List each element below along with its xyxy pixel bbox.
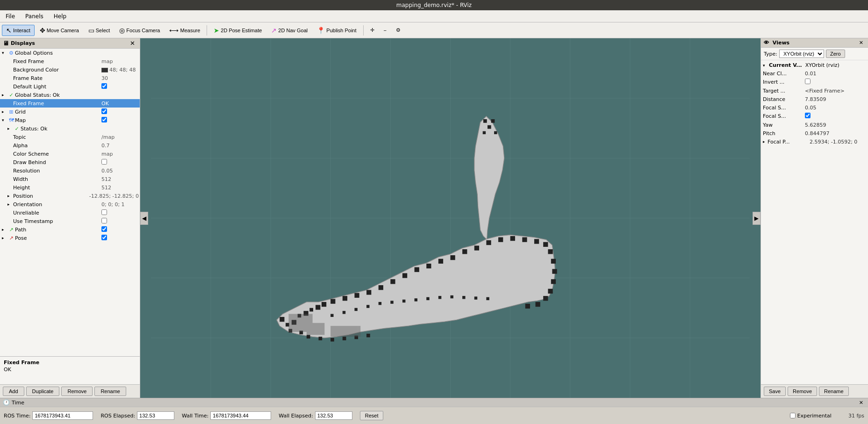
path-checkbox[interactable] bbox=[101, 226, 107, 232]
nav-goal-button[interactable]: ↗ 2D Nav Goal bbox=[267, 25, 312, 36]
tree-path[interactable]: ▸ ↗ Path bbox=[0, 225, 140, 234]
focal-s2-checkbox[interactable] bbox=[805, 113, 811, 118]
map-checkbox[interactable] bbox=[101, 117, 107, 122]
viewport-collapse-left[interactable]: ◀ bbox=[140, 212, 148, 225]
fixed-frame-ok-value: OK bbox=[101, 101, 139, 107]
ros-time-input[interactable] bbox=[32, 411, 93, 420]
wall-elapsed-input[interactable] bbox=[315, 411, 352, 420]
tree-global-options[interactable]: ▾ ⚙ Global Options bbox=[0, 49, 140, 57]
pose-label: Pose bbox=[15, 235, 100, 241]
global-options-label: Global Options bbox=[15, 50, 139, 56]
time-close-button[interactable]: ✕ bbox=[857, 400, 865, 406]
experimental-checkbox[interactable] bbox=[790, 413, 796, 418]
time-panel: 🕐 Time ✕ ROS Time: ROS Elapsed: Wall Tim… bbox=[0, 398, 868, 424]
views-type-select[interactable]: XYOrbit (rviz) Orbit (rviz) FPS (rviz) bbox=[779, 50, 824, 58]
menu-panels[interactable]: Panels bbox=[22, 12, 46, 21]
menu-help[interactable]: Help bbox=[51, 12, 69, 21]
center-3d-view[interactable]: ◀ ▶ bbox=[140, 38, 760, 398]
tree-resolution[interactable]: Resolution 0.05 bbox=[0, 166, 140, 175]
tree-background-color[interactable]: Background Color 48; 48; 48 bbox=[0, 65, 140, 74]
wall-time-input[interactable] bbox=[210, 411, 271, 420]
tree-height[interactable]: Height 512 bbox=[0, 183, 140, 192]
svg-rect-25 bbox=[330, 299, 335, 304]
svg-rect-55 bbox=[319, 337, 323, 340]
toolbar-extra-settings[interactable]: ⚙ bbox=[392, 25, 405, 35]
menu-bar: File Panels Help bbox=[0, 10, 868, 22]
measure-label: Measure bbox=[180, 28, 200, 33]
svg-rect-38 bbox=[486, 240, 491, 245]
tree-position[interactable]: ▸ Position -12.825; -12.825; 0 bbox=[0, 192, 140, 200]
svg-rect-73 bbox=[486, 297, 489, 300]
toolbar-extra-plus[interactable]: ✛ bbox=[366, 25, 379, 35]
tree-grid[interactable]: ▸ ⊞ Grid bbox=[0, 108, 140, 116]
svg-rect-76 bbox=[491, 119, 495, 123]
width-value: 512 bbox=[101, 176, 139, 182]
rename-button[interactable]: Rename bbox=[94, 387, 126, 396]
displays-buttons: Add Duplicate Remove Rename bbox=[0, 384, 140, 398]
interact-button[interactable]: ↖ Interact bbox=[2, 25, 35, 36]
tree-pose[interactable]: ▸ ↗ Pose bbox=[0, 234, 140, 242]
tree-map-status[interactable]: ▸ ✓ Status: Ok bbox=[0, 124, 140, 133]
views-prop-focal-p[interactable]: ▸ Focal P... 2.5934; -1.0592; 0 bbox=[761, 137, 868, 146]
tree-frame-rate[interactable]: Frame Rate 30 bbox=[0, 74, 140, 82]
time-reset-button[interactable]: Reset bbox=[360, 411, 384, 420]
invert-checkbox[interactable] bbox=[805, 79, 811, 84]
publish-point-label: Publish Point bbox=[326, 28, 356, 33]
views-close-button[interactable]: ✕ bbox=[857, 40, 865, 46]
focus-camera-button[interactable]: ◎ Focus Camera bbox=[115, 25, 164, 36]
tree-global-status[interactable]: ▸ ✓ Global Status: Ok bbox=[0, 91, 140, 99]
views-remove-button[interactable]: Remove bbox=[788, 387, 817, 396]
displays-close-button[interactable]: ✕ bbox=[128, 40, 137, 47]
tree-color-scheme[interactable]: Color Scheme map bbox=[0, 150, 140, 158]
toolbar-extra-minus[interactable]: − bbox=[380, 26, 391, 35]
views-buttons: Save Remove Rename bbox=[761, 384, 868, 398]
views-prop-yaw: Yaw 5.62859 bbox=[761, 121, 868, 129]
default-light-checkbox[interactable] bbox=[101, 83, 107, 89]
pose-estimate-button[interactable]: ➤ 2D Pose Estimate bbox=[209, 25, 266, 36]
tree-container[interactable]: ▾ ⚙ Global Options Fixed Frame map Backg… bbox=[0, 49, 140, 356]
path-label: Path bbox=[15, 227, 100, 233]
tree-map-topic[interactable]: Topic /map bbox=[0, 133, 140, 141]
fps-label: 31 fps bbox=[848, 413, 864, 419]
wall-time-label: Wall Time: bbox=[182, 413, 208, 419]
ros-elapsed-input[interactable] bbox=[137, 411, 174, 420]
remove-button[interactable]: Remove bbox=[61, 387, 93, 396]
tree-default-light[interactable]: Default Light bbox=[0, 82, 140, 91]
move-camera-button[interactable]: ✥ Move Camera bbox=[36, 25, 83, 36]
duplicate-button[interactable]: Duplicate bbox=[26, 387, 60, 396]
viewport-collapse-right[interactable]: ▶ bbox=[753, 212, 760, 225]
unreliable-checkbox[interactable] bbox=[101, 209, 107, 215]
use-timestamp-checkbox[interactable] bbox=[101, 218, 107, 223]
tree-fixed-frame-ok[interactable]: Fixed Frame OK bbox=[0, 99, 140, 108]
window-title: mapping_demo.rviz* - RViz bbox=[396, 2, 472, 8]
tree-width[interactable]: Width 512 bbox=[0, 175, 140, 183]
menu-file[interactable]: File bbox=[3, 12, 18, 21]
tree-map[interactable]: ▾ 🗺 Map bbox=[0, 116, 140, 124]
svg-rect-62 bbox=[354, 308, 357, 311]
tree-draw-behind[interactable]: Draw Behind bbox=[0, 158, 140, 166]
draw-behind-checkbox[interactable] bbox=[101, 159, 107, 165]
svg-rect-44 bbox=[548, 249, 552, 254]
resolution-value: 0.05 bbox=[101, 168, 139, 174]
views-save-button[interactable]: Save bbox=[764, 387, 786, 396]
select-button[interactable]: ▭ Select bbox=[84, 25, 115, 36]
views-zero-button[interactable]: Zero bbox=[826, 50, 845, 58]
publish-point-button[interactable]: 📍 Publish Point bbox=[313, 25, 360, 36]
tree-map-alpha[interactable]: Alpha 0.7 bbox=[0, 141, 140, 150]
tree-unreliable[interactable]: Unreliable bbox=[0, 208, 140, 217]
measure-button[interactable]: ⟷ Measure bbox=[165, 25, 204, 36]
grid-checkbox[interactable] bbox=[101, 108, 107, 114]
add-button[interactable]: Add bbox=[3, 387, 24, 396]
map-alpha-label: Alpha bbox=[13, 143, 100, 149]
svg-rect-46 bbox=[552, 269, 557, 273]
tree-use-timestamp[interactable]: Use Timestamp bbox=[0, 217, 140, 225]
displays-header: 🖥 Displays ✕ bbox=[0, 38, 140, 49]
tree-orientation[interactable]: ▸ Orientation 0; 0; 0; 1 bbox=[0, 200, 140, 208]
views-current-section[interactable]: ▾ Current V... XYOrbit (rviz) bbox=[761, 61, 868, 69]
views-type-label: Type: bbox=[764, 51, 777, 57]
views-rename-button[interactable]: Rename bbox=[819, 387, 849, 396]
pose-checkbox[interactable] bbox=[101, 235, 107, 240]
tree-fixed-frame[interactable]: Fixed Frame map bbox=[0, 57, 140, 65]
pose-estimate-icon: ➤ bbox=[214, 27, 219, 34]
focal-p-arrow: ▸ bbox=[763, 139, 768, 144]
